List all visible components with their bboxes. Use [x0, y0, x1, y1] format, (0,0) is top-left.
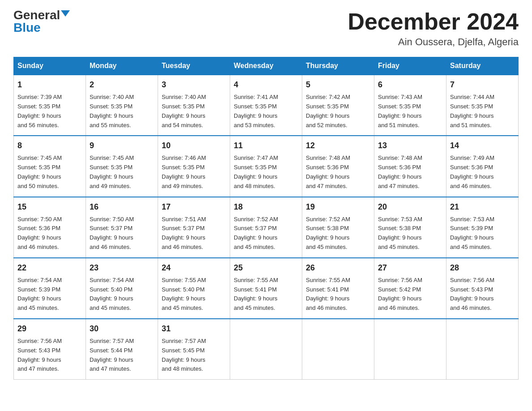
day-info: Sunrise: 7:55 AMSunset: 5:41 PMDaylight:…	[306, 277, 350, 311]
day-info: Sunrise: 7:39 AMSunset: 5:35 PMDaylight:…	[17, 94, 62, 128]
page-header: General Blue December 2024 Ain Oussera, …	[13, 9, 519, 48]
header-saturday: Saturday	[446, 57, 519, 75]
day-info: Sunrise: 7:57 AMSunset: 5:44 PMDaylight:…	[90, 338, 134, 372]
calendar-table: Sunday Monday Tuesday Wednesday Thursday…	[13, 57, 519, 380]
day-info: Sunrise: 7:54 AMSunset: 5:39 PMDaylight:…	[17, 277, 62, 311]
calendar-day-cell: 6Sunrise: 7:43 AMSunset: 5:35 PMDaylight…	[374, 75, 446, 136]
calendar-day-cell: 7Sunrise: 7:44 AMSunset: 5:35 PMDaylight…	[446, 75, 519, 136]
logo-blue-text: Blue	[13, 21, 41, 34]
header-monday: Monday	[86, 57, 158, 75]
day-number: 3	[162, 79, 226, 91]
calendar-day-cell: 2Sunrise: 7:40 AMSunset: 5:35 PMDaylight…	[86, 75, 158, 136]
day-number: 9	[90, 140, 154, 152]
calendar-day-cell: 30Sunrise: 7:57 AMSunset: 5:44 PMDayligh…	[86, 319, 158, 380]
calendar-day-cell: 9Sunrise: 7:45 AMSunset: 5:35 PMDaylight…	[86, 136, 158, 197]
day-info: Sunrise: 7:56 AMSunset: 5:43 PMDaylight:…	[450, 277, 494, 311]
day-number: 2	[90, 79, 154, 91]
calendar-day-cell: 5Sunrise: 7:42 AMSunset: 5:35 PMDaylight…	[302, 75, 374, 136]
calendar-day-cell: 10Sunrise: 7:46 AMSunset: 5:35 PMDayligh…	[158, 136, 230, 197]
calendar-week-row: 15Sunrise: 7:50 AMSunset: 5:36 PMDayligh…	[14, 197, 519, 258]
calendar-day-cell: 22Sunrise: 7:54 AMSunset: 5:39 PMDayligh…	[14, 258, 86, 319]
calendar-day-cell: 1Sunrise: 7:39 AMSunset: 5:35 PMDaylight…	[14, 75, 86, 136]
day-info: Sunrise: 7:50 AMSunset: 5:37 PMDaylight:…	[90, 216, 134, 250]
day-info: Sunrise: 7:56 AMSunset: 5:42 PMDaylight:…	[378, 277, 422, 311]
calendar-day-cell: 18Sunrise: 7:52 AMSunset: 5:37 PMDayligh…	[230, 197, 302, 258]
header-friday: Friday	[374, 57, 446, 75]
calendar-subtitle: Ain Oussera, Djelfa, Algeria	[348, 36, 519, 48]
day-info: Sunrise: 7:53 AMSunset: 5:38 PMDaylight:…	[378, 216, 422, 250]
day-number: 25	[234, 262, 298, 274]
calendar-day-cell: 13Sunrise: 7:48 AMSunset: 5:36 PMDayligh…	[374, 136, 446, 197]
day-number: 24	[162, 262, 226, 274]
day-number: 10	[162, 140, 226, 152]
calendar-day-cell: 19Sunrise: 7:52 AMSunset: 5:38 PMDayligh…	[302, 197, 374, 258]
day-info: Sunrise: 7:50 AMSunset: 5:36 PMDaylight:…	[17, 216, 62, 250]
calendar-day-cell: 27Sunrise: 7:56 AMSunset: 5:42 PMDayligh…	[374, 258, 446, 319]
calendar-day-cell: 23Sunrise: 7:54 AMSunset: 5:40 PMDayligh…	[86, 258, 158, 319]
day-number: 29	[17, 323, 82, 335]
day-info: Sunrise: 7:40 AMSunset: 5:35 PMDaylight:…	[162, 94, 206, 128]
day-info: Sunrise: 7:57 AMSunset: 5:45 PMDaylight:…	[162, 338, 206, 372]
day-number: 30	[90, 323, 154, 335]
calendar-body: 1Sunrise: 7:39 AMSunset: 5:35 PMDaylight…	[14, 75, 519, 379]
day-info: Sunrise: 7:55 AMSunset: 5:41 PMDaylight:…	[234, 277, 278, 311]
day-info: Sunrise: 7:40 AMSunset: 5:35 PMDaylight:…	[90, 94, 134, 128]
calendar-day-cell: 3Sunrise: 7:40 AMSunset: 5:35 PMDaylight…	[158, 75, 230, 136]
calendar-day-cell: 16Sunrise: 7:50 AMSunset: 5:37 PMDayligh…	[86, 197, 158, 258]
calendar-week-row: 1Sunrise: 7:39 AMSunset: 5:35 PMDaylight…	[14, 75, 519, 136]
day-number: 1	[17, 79, 82, 91]
day-info: Sunrise: 7:41 AMSunset: 5:35 PMDaylight:…	[234, 94, 278, 128]
day-info: Sunrise: 7:52 AMSunset: 5:37 PMDaylight:…	[234, 216, 278, 250]
header-thursday: Thursday	[302, 57, 374, 75]
day-number: 5	[306, 79, 370, 91]
day-number: 20	[378, 201, 442, 213]
calendar-day-cell: 24Sunrise: 7:55 AMSunset: 5:40 PMDayligh…	[158, 258, 230, 319]
calendar-day-cell: 25Sunrise: 7:55 AMSunset: 5:41 PMDayligh…	[230, 258, 302, 319]
calendar-week-row: 22Sunrise: 7:54 AMSunset: 5:39 PMDayligh…	[14, 258, 519, 319]
weekday-header-row: Sunday Monday Tuesday Wednesday Thursday…	[14, 57, 519, 75]
day-info: Sunrise: 7:52 AMSunset: 5:38 PMDaylight:…	[306, 216, 350, 250]
calendar-day-cell	[230, 319, 302, 380]
day-info: Sunrise: 7:45 AMSunset: 5:35 PMDaylight:…	[90, 154, 134, 189]
day-number: 4	[234, 79, 298, 91]
logo: General Blue	[13, 9, 70, 34]
day-info: Sunrise: 7:46 AMSunset: 5:35 PMDaylight:…	[162, 154, 206, 189]
day-info: Sunrise: 7:56 AMSunset: 5:43 PMDaylight:…	[17, 338, 62, 372]
day-number: 15	[17, 201, 82, 213]
logo-triangle-icon	[61, 10, 70, 17]
calendar-day-cell: 8Sunrise: 7:45 AMSunset: 5:35 PMDaylight…	[14, 136, 86, 197]
day-number: 6	[378, 79, 442, 91]
calendar-week-row: 29Sunrise: 7:56 AMSunset: 5:43 PMDayligh…	[14, 319, 519, 380]
day-number: 8	[17, 140, 82, 152]
day-info: Sunrise: 7:55 AMSunset: 5:40 PMDaylight:…	[162, 277, 206, 311]
day-info: Sunrise: 7:54 AMSunset: 5:40 PMDaylight:…	[90, 277, 134, 311]
calendar-day-cell: 12Sunrise: 7:48 AMSunset: 5:36 PMDayligh…	[302, 136, 374, 197]
header-tuesday: Tuesday	[158, 57, 230, 75]
day-info: Sunrise: 7:47 AMSunset: 5:35 PMDaylight:…	[234, 154, 278, 189]
day-number: 7	[450, 79, 515, 91]
day-info: Sunrise: 7:44 AMSunset: 5:35 PMDaylight:…	[450, 94, 494, 128]
calendar-day-cell: 20Sunrise: 7:53 AMSunset: 5:38 PMDayligh…	[374, 197, 446, 258]
calendar-title: December 2024	[348, 9, 519, 34]
day-number: 26	[306, 262, 370, 274]
calendar-day-cell: 26Sunrise: 7:55 AMSunset: 5:41 PMDayligh…	[302, 258, 374, 319]
day-number: 13	[378, 140, 442, 152]
day-info: Sunrise: 7:45 AMSunset: 5:35 PMDaylight:…	[17, 154, 62, 189]
day-info: Sunrise: 7:51 AMSunset: 5:37 PMDaylight:…	[162, 216, 206, 250]
day-number: 28	[450, 262, 515, 274]
calendar-day-cell	[374, 319, 446, 380]
day-info: Sunrise: 7:53 AMSunset: 5:39 PMDaylight:…	[450, 216, 494, 250]
day-info: Sunrise: 7:49 AMSunset: 5:36 PMDaylight:…	[450, 154, 494, 189]
calendar-day-cell: 28Sunrise: 7:56 AMSunset: 5:43 PMDayligh…	[446, 258, 519, 319]
day-number: 19	[306, 201, 370, 213]
header-wednesday: Wednesday	[230, 57, 302, 75]
day-info: Sunrise: 7:48 AMSunset: 5:36 PMDaylight:…	[378, 154, 422, 189]
day-number: 22	[17, 262, 82, 274]
day-number: 18	[234, 201, 298, 213]
calendar-day-cell: 11Sunrise: 7:47 AMSunset: 5:35 PMDayligh…	[230, 136, 302, 197]
day-number: 27	[378, 262, 442, 274]
header-sunday: Sunday	[14, 57, 86, 75]
calendar-day-cell: 4Sunrise: 7:41 AMSunset: 5:35 PMDaylight…	[230, 75, 302, 136]
calendar-day-cell: 21Sunrise: 7:53 AMSunset: 5:39 PMDayligh…	[446, 197, 519, 258]
calendar-day-cell: 31Sunrise: 7:57 AMSunset: 5:45 PMDayligh…	[158, 319, 230, 380]
